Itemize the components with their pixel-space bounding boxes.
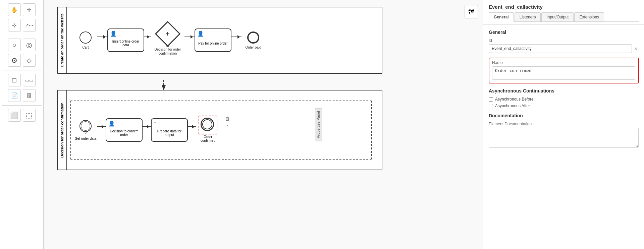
name-field-label: Name [492, 60, 635, 65]
intermediate-triangle: ▽ [84, 130, 87, 135]
diamond-tool[interactable]: ◇ [23, 54, 36, 67]
canvas-area: 🗺 Properties Panel Create an order on th… [44, 0, 483, 249]
doc-field-label: Element Documentation [489, 122, 639, 126]
arrow1 [97, 37, 107, 37]
tab-input-output[interactable]: Input/Output [541, 12, 574, 21]
doc-textarea[interactable] [489, 128, 639, 148]
end-call-selected-box [201, 118, 215, 132]
arrow3 [184, 37, 195, 37]
tab-extensions[interactable]: Extensions [574, 12, 604, 21]
properties-panel-title: Event_end_callactivity [489, 4, 639, 10]
double-circle-tool[interactable]: ◎ [23, 39, 36, 51]
async-before-checkbox[interactable] [489, 97, 493, 102]
task-prepare-output-shape: ≡ Prepare data for output [151, 118, 188, 142]
end-event-order-confirmed[interactable]: Order confirmed 🗑 ⋮ [196, 118, 220, 142]
pointer-tool[interactable]: ✛ [23, 3, 36, 16]
thick-circle-tool[interactable]: ⊙ [8, 54, 21, 67]
name-field-group: Name [489, 58, 639, 83]
async-options: Asynchronous Before Asynchronous After [489, 97, 639, 108]
pool2: Decision for order confirmation ▽ Get or… [57, 90, 382, 170]
tab-listeners[interactable]: Listeners [515, 12, 541, 21]
properties-panel: Event_end_callactivity General Listeners… [483, 0, 644, 249]
async-before-label: Asynchronous Before [495, 97, 534, 102]
id-clear-button[interactable]: × [633, 45, 639, 52]
pool-connection-svg [66, 80, 268, 90]
toolbar: ✋ ✛ ⊹ ↗⋯ ○ ◎ ⊙ ◇ □ ▭▭ 📄 🗄 ⬜ ⬚ [0, 0, 44, 249]
intermediate-label: Get order data [74, 137, 97, 140]
start-event-cart[interactable]: Cart [74, 32, 97, 49]
arrow4 [231, 37, 241, 37]
async-after-row: Asynchronous After [489, 104, 639, 108]
id-input-row: × [489, 44, 639, 53]
end-call-shape [201, 118, 214, 131]
frame-tool[interactable]: ⬜ [8, 109, 21, 122]
task-prepare-output[interactable]: ≡ Prepare data for output [151, 118, 188, 142]
arrow2 [144, 37, 151, 37]
id-input[interactable] [489, 44, 632, 53]
end-event-label: Order paid [241, 46, 265, 49]
intermediate-event-get-order[interactable]: ▽ Get order data [74, 120, 97, 140]
pool1-label: Create an order on the website [58, 7, 67, 73]
end-call-label: Order confirmed [196, 135, 220, 142]
doc-field-group: Element Documentation [489, 122, 639, 149]
async-after-label: Asynchronous After [495, 104, 530, 108]
task-pay-order-shape: 👤 Pay for online order [195, 28, 231, 52]
task-decision-confirm-shape: 👤 Decision to confirm order [106, 118, 143, 142]
task-pay-order[interactable]: 👤 Pay for online order [195, 28, 231, 52]
gateway-label: Decision for order confirmation [151, 48, 184, 56]
circle-tool[interactable]: ○ [8, 39, 21, 51]
general-section-title: General [489, 29, 639, 35]
hand-tool[interactable]: ✋ [8, 3, 21, 16]
pool2-label: Decision for order confirmation [58, 90, 67, 170]
dashed-rect-tool[interactable]: ⬚ [23, 109, 36, 122]
name-field-box: Name [489, 58, 639, 83]
panel-tabs: General Listeners Input/Output Extension… [489, 12, 639, 22]
properties-panel-header: Event_end_callactivity General Listeners… [483, 0, 644, 25]
cylinder-tool[interactable]: 🗄 [23, 89, 36, 102]
connect-tool[interactable]: ↗⋯ [23, 19, 36, 32]
doc-tool[interactable]: 📄 [8, 89, 21, 102]
lasso-tool[interactable]: ⊹ [8, 19, 21, 32]
arrow5 [97, 126, 106, 127]
task-insert-order-shape: 👤 Insert online order data [107, 28, 144, 52]
rect-tool[interactable]: □ [8, 74, 21, 86]
tab-general[interactable]: General [489, 12, 514, 22]
gateway-shape: + [155, 21, 180, 47]
toolbar-divider2 [2, 70, 42, 70]
doc-section-title: Documentation [489, 113, 639, 118]
intermediate-shape: ▽ [79, 120, 92, 132]
pool2-content: ▽ Get order data 👤 Decision to confirm o… [67, 90, 382, 170]
async-before-row: Asynchronous Before [489, 97, 639, 102]
id-field-label: Id [489, 38, 639, 43]
arrow7 [188, 126, 196, 127]
async-after-checkbox[interactable] [489, 104, 493, 108]
more-actions-icon[interactable]: ⋮ [225, 123, 230, 128]
toolbar-divider3 [2, 105, 42, 106]
properties-panel-side-tab[interactable]: Properties Panel [315, 108, 322, 141]
end-event-shape [247, 32, 259, 44]
start-event-shape [79, 32, 92, 44]
id-field-group: Id × [489, 38, 639, 53]
start-event-label: Cart [74, 46, 97, 49]
gateway-decision[interactable]: + Decision for order confirmation [151, 25, 184, 56]
map-icon-button[interactable]: 🗺 [465, 5, 478, 18]
toolbar-divider [2, 35, 42, 35]
async-section-title: Asynchronous Continuations [489, 88, 639, 94]
task-insert-order[interactable]: 👤 Insert online order data [107, 28, 144, 52]
name-input[interactable] [492, 66, 635, 80]
pool1: Create an order on the website Cart 👤 [57, 7, 382, 74]
end-event-order-paid[interactable]: Order paid [241, 32, 265, 49]
pool1-content: Cart 👤 Insert online order data [67, 7, 382, 73]
action-icons: 🗑 ⋮ [225, 116, 230, 128]
panel-body: General Id × Name Asynchronous Continuat… [483, 25, 644, 158]
delete-icon[interactable]: 🗑 [225, 116, 230, 121]
db-tool[interactable]: ▭▭ [23, 74, 36, 86]
arrow6 [143, 126, 151, 127]
task-decision-confirm[interactable]: 👤 Decision to confirm order [106, 118, 143, 142]
